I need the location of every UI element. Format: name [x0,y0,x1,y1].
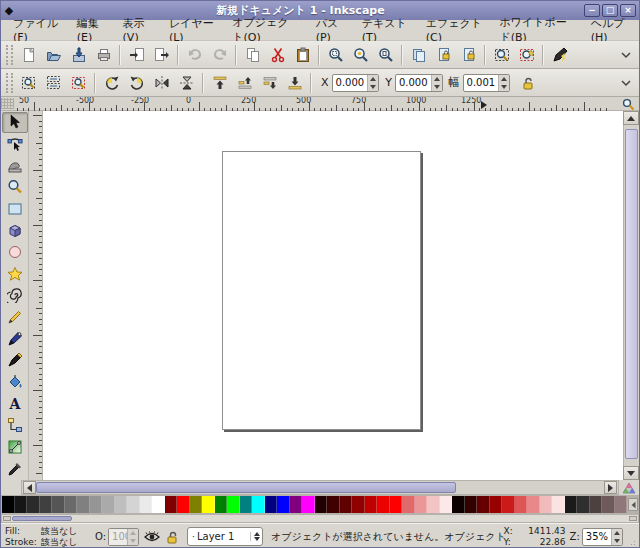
tool-bezier-pen[interactable] [2,328,28,349]
canvas[interactable] [43,111,623,480]
scroll-right-button[interactable] [604,481,617,494]
palette-swatch[interactable] [127,496,140,513]
palette-swatch[interactable] [40,496,53,513]
scroll-left-button[interactable] [23,481,36,494]
palette-swatch[interactable] [27,496,40,513]
palette-swatch[interactable] [615,496,628,513]
palette-swatch[interactable] [90,496,103,513]
palette-swatch[interactable] [115,496,128,513]
palette-scroll-right-icon[interactable] [628,498,638,511]
palette-swatch[interactable] [427,496,440,513]
palette-swatch[interactable] [252,496,265,513]
vertical-scrollbar[interactable] [623,111,639,480]
palette-swatch[interactable] [590,496,603,513]
scroll-up-button[interactable] [623,111,639,125]
flip-vertical-button[interactable] [174,71,199,95]
tool-selector[interactable] [2,112,28,133]
palette-swatch[interactable] [577,496,590,513]
tool-paint-bucket[interactable] [2,372,28,393]
palette-swatch[interactable] [327,496,340,513]
toolbar-gripper[interactable] [6,73,13,93]
layer-selector[interactable]: · Layer 1 [187,527,263,546]
tool-ellipse[interactable] [2,242,28,263]
palette-scrollbar[interactable] [1,514,639,523]
tool-box3d[interactable] [2,220,28,241]
palette-swatch[interactable] [502,496,515,513]
palette-swatch[interactable] [540,496,553,513]
palette-scroll-thumb[interactable] [12,516,72,521]
redo-button[interactable] [207,43,232,67]
palette-swatch[interactable] [215,496,228,513]
palette-swatch[interactable] [527,496,540,513]
select-all-layers-button[interactable] [41,71,66,95]
copy-button[interactable] [240,43,265,67]
horizontal-scroll-thumb[interactable] [36,482,456,493]
raise-to-top-button[interactable] [207,71,232,95]
palette-swatch[interactable] [552,496,565,513]
width-field[interactable]: 0.001 [463,74,511,92]
scroll-down-button[interactable] [623,466,639,480]
select-all-button[interactable] [16,71,41,95]
palette-swatch[interactable] [15,496,28,513]
new-document-button[interactable] [16,43,41,67]
find-button[interactable] [489,43,514,67]
tool-node-editor[interactable] [2,134,28,155]
palette-swatch[interactable] [440,496,453,513]
palette-swatch[interactable] [315,496,328,513]
palette-swatch[interactable] [365,496,378,513]
zoom-spinbox[interactable]: 35% [582,528,623,546]
tool-text[interactable]: A [2,393,28,414]
y-field[interactable]: 0.000 [395,74,443,92]
layer-visibility-eye-icon[interactable] [143,528,160,545]
palette-swatch[interactable] [490,496,503,513]
tool-zoom[interactable] [2,177,28,198]
tool-star[interactable] [2,263,28,284]
palette-swatch[interactable] [65,496,78,513]
zoom-control[interactable]: Z: 35% [570,528,623,546]
export-button[interactable] [149,43,174,67]
palette-swatch[interactable] [477,496,490,513]
toolbar-overflow-chevron[interactable] [621,79,631,87]
palette-swatch[interactable] [340,496,353,513]
palette-swatch[interactable] [240,496,253,513]
palette-swatch[interactable] [277,496,290,513]
rotate-ccw-button[interactable] [99,71,124,95]
raise-button[interactable] [232,71,257,95]
vertical-ruler[interactable] [29,111,43,480]
fill-stroke-button[interactable] [547,43,572,67]
palette-swatch[interactable] [202,496,215,513]
toolbar-overflow-chevron[interactable] [621,51,631,59]
palette-swatch[interactable] [52,496,65,513]
tool-tweak[interactable] [2,155,28,176]
color-management-icon[interactable] [621,481,637,494]
save-button[interactable] [66,43,91,67]
opacity-control[interactable]: O: 100 [95,528,139,546]
zoom-selection-button[interactable] [323,43,348,67]
palette-swatch[interactable] [390,496,403,513]
layer-lock-icon[interactable] [164,528,181,545]
resize-grip[interactable] [627,537,637,547]
opacity-spinbox[interactable]: 100 [108,528,139,546]
tool-calligraphy[interactable] [2,350,28,371]
palette-swatch[interactable] [2,496,15,513]
horizontal-ruler[interactable]: 50-500-250025050075010001250 [15,97,621,111]
palette-swatch[interactable] [102,496,115,513]
lower-to-bottom-button[interactable] [282,71,307,95]
horizontal-scrollbar[interactable] [21,480,619,495]
preferences-button[interactable] [514,43,539,67]
cut-button[interactable] [265,43,290,67]
toolbar-gripper[interactable] [6,45,13,65]
palette-swatch[interactable] [565,496,578,513]
palette-swatch[interactable] [265,496,278,513]
palette-swatch[interactable] [452,496,465,513]
paste-button[interactable] [290,43,315,67]
create-clone-button[interactable] [431,43,456,67]
undo-button[interactable] [182,43,207,67]
palette-swatch[interactable] [302,496,315,513]
zoom-drawing-button[interactable] [348,43,373,67]
palette-swatch[interactable] [415,496,428,513]
duplicate-button[interactable] [406,43,431,67]
palette-swatch[interactable] [465,496,478,513]
lower-button[interactable] [257,71,282,95]
palette-scroll-left-button[interactable] [3,516,11,521]
